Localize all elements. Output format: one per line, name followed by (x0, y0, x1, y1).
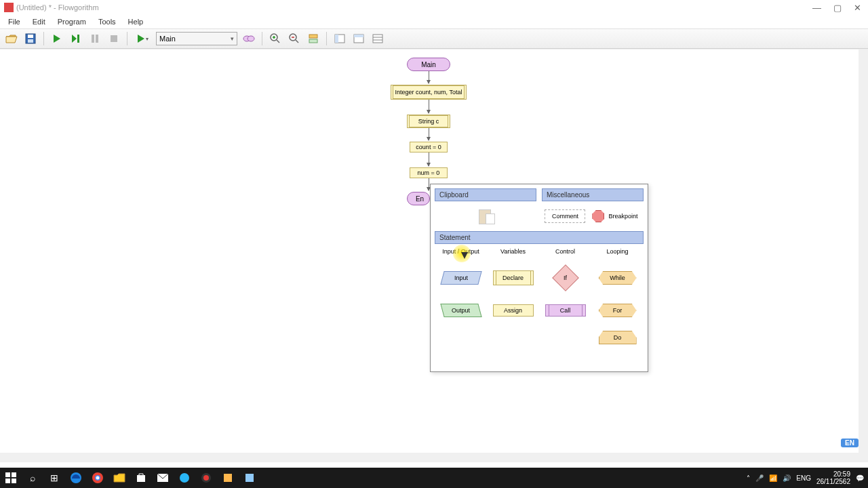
svg-line-10 (277, 40, 279, 43)
input-button[interactable]: Input (440, 271, 481, 285)
svg-rect-25 (5, 472, 10, 477)
window-title: (Untitled) * - Flowgorithm (16, 3, 812, 12)
edge-icon[interactable] (65, 468, 87, 488)
assign-node-1[interactable]: count = 0 (410, 142, 448, 152)
zoom-out-icon[interactable] (287, 31, 302, 46)
titlebar: (Untitled) * - Flowgorithm — ▢ ✕ (0, 0, 868, 15)
save-icon[interactable] (23, 31, 38, 46)
view3-icon[interactable] (370, 31, 385, 46)
svg-point-35 (180, 473, 189, 483)
stop-icon[interactable] (106, 31, 121, 46)
svg-rect-17 (309, 39, 317, 43)
tray-mic-icon[interactable]: 🎤 (755, 474, 764, 482)
open-icon[interactable] (4, 31, 19, 46)
svg-point-8 (248, 36, 254, 41)
do-button[interactable]: Do (599, 331, 637, 344)
svg-rect-3 (77, 35, 79, 43)
minimize-button[interactable]: — (812, 3, 821, 13)
assign-node-2[interactable]: num = 0 (410, 167, 448, 178)
toolbar: ▾ Main (0, 28, 868, 49)
misc-header: Miscellaneous (542, 188, 644, 201)
menu-help[interactable]: Help (123, 16, 149, 27)
language-badge[interactable]: EN (841, 439, 859, 447)
svg-rect-2 (28, 39, 33, 43)
menu-tools[interactable]: Tools (93, 16, 121, 27)
breakpoint-icon (592, 210, 604, 222)
svg-line-14 (296, 40, 298, 43)
assign-button[interactable]: Assign (493, 304, 534, 317)
speed-icon[interactable]: ▾ (133, 31, 152, 46)
svg-rect-5 (96, 35, 98, 43)
category-variables: Variables (487, 248, 539, 255)
app-icon (4, 3, 14, 12)
call-button[interactable]: Call (545, 304, 586, 317)
maximize-button[interactable]: ▢ (833, 3, 842, 13)
record-icon[interactable] (195, 468, 217, 488)
svg-rect-33 (137, 475, 145, 482)
search-icon[interactable]: ⌕ (22, 468, 43, 488)
function-selector[interactable]: Main (156, 32, 237, 45)
menu-program[interactable]: Program (52, 16, 92, 27)
svg-rect-1 (28, 35, 33, 38)
svg-rect-19 (335, 35, 338, 43)
comment-button[interactable]: Comment (545, 209, 585, 223)
step-icon[interactable] (68, 31, 83, 46)
output-button[interactable]: Output (440, 304, 481, 317)
end-terminal[interactable]: En (407, 192, 430, 205)
while-button[interactable]: While (599, 271, 637, 285)
app3-icon[interactable] (239, 468, 260, 488)
taskview-icon[interactable]: ⊞ (43, 468, 65, 488)
start-button[interactable] (0, 468, 22, 488)
taskbar-clock[interactable]: 20:59 26/11/2562 (816, 470, 850, 485)
view1-icon[interactable] (332, 31, 347, 46)
svg-rect-16 (309, 35, 317, 38)
tray-volume-icon[interactable]: 🔊 (783, 474, 791, 482)
pause-icon[interactable] (87, 31, 102, 46)
scroll-corner (859, 453, 868, 462)
svg-rect-6 (111, 35, 117, 42)
start-terminal[interactable]: Main (407, 58, 450, 71)
for-button[interactable]: For (599, 304, 637, 317)
app1-icon[interactable] (174, 468, 195, 488)
tray-lang[interactable]: ENG (796, 474, 811, 482)
svg-rect-4 (92, 35, 94, 43)
svg-rect-38 (224, 474, 232, 482)
menu-file[interactable]: File (3, 16, 26, 27)
if-button[interactable]: If (552, 264, 579, 291)
tray-notifications-icon[interactable]: 💬 (856, 474, 864, 482)
layout-icon[interactable] (306, 31, 321, 46)
paste-button[interactable] (479, 208, 495, 224)
view2-icon[interactable] (351, 31, 366, 46)
flowchart-canvas[interactable]: Main Integer count, num, Total String c … (0, 49, 868, 462)
category-control: Control (539, 248, 591, 255)
declare-button[interactable]: Declare (493, 270, 534, 285)
run-icon[interactable] (50, 31, 64, 46)
horizontal-scrollbar[interactable] (0, 453, 859, 462)
statement-header: Statement (435, 231, 644, 244)
svg-rect-22 (373, 35, 382, 43)
svg-rect-39 (245, 474, 254, 482)
mail-icon[interactable] (152, 468, 174, 488)
store-icon[interactable] (130, 468, 152, 488)
declare-node-1[interactable]: Integer count, num, Total (391, 85, 467, 100)
breakpoint-label[interactable]: Breakpoint (608, 213, 637, 220)
explorer-icon[interactable] (108, 468, 130, 488)
close-button[interactable]: ✕ (854, 3, 861, 13)
category-looping: Looping (591, 248, 644, 255)
chrome-icon[interactable] (87, 468, 108, 488)
insert-shape-popup: Clipboard Miscellaneous Comment Breakpoi… (430, 184, 648, 372)
vertical-scrollbar[interactable] (859, 49, 868, 453)
windows-taskbar: ⌕ ⊞ ˄ 🎤 📶 🔊 ENG 20:59 26/11/2562 💬 (0, 468, 868, 488)
menu-edit[interactable]: Edit (27, 16, 51, 27)
app2-icon[interactable] (217, 468, 239, 488)
zoom-in-icon[interactable] (268, 31, 283, 46)
tray-up-icon[interactable]: ˄ (747, 474, 750, 482)
clipboard-header: Clipboard (435, 188, 536, 201)
declare-node-2[interactable]: String c (407, 115, 450, 128)
menubar: File Edit Program Tools Help (0, 15, 868, 28)
add-function-icon[interactable] (241, 31, 256, 46)
svg-rect-27 (5, 479, 10, 483)
svg-rect-26 (12, 472, 16, 477)
tray-wifi-icon[interactable]: 📶 (769, 474, 777, 482)
svg-rect-21 (354, 35, 363, 37)
